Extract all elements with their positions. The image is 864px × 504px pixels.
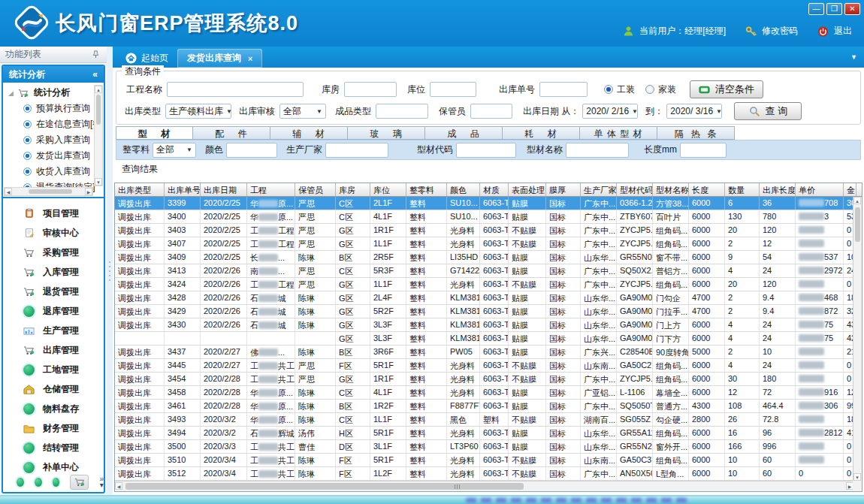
column-header[interactable]: 出库长度 [760, 183, 796, 196]
scroll-left-icon[interactable]: ◀ [5, 188, 12, 195]
module-item[interactable]: 财务管理 [3, 418, 104, 438]
close-button[interactable]: ✕ [844, 3, 860, 15]
module-item[interactable]: 退货管理 [3, 282, 104, 301]
column-header[interactable]: 表面处理 [509, 183, 546, 196]
column-header[interactable]: 材质 [480, 183, 509, 196]
module-item[interactable]: 采购管理 [3, 243, 104, 262]
module-item[interactable]: 物料盘存 [3, 399, 104, 418]
radio-gongzhuang[interactable]: 工装 [604, 83, 635, 96]
tree-item[interactable]: 采购入库查询 [3, 132, 104, 148]
pin-icon[interactable] [90, 49, 101, 60]
table-row[interactable]: 调拨出库34292020/2/26石城陈琳G区5R2F整料KLM38176063… [115, 305, 862, 318]
table-row[interactable]: 调拨出库34542020/2/28工共工程严思G区1R1F整料光身料6063-T… [115, 373, 862, 386]
column-header[interactable]: 型材名称 [653, 183, 689, 196]
table-row[interactable]: G区3L3F整料KLM38176063-T5贴膜国标山东华...GA90M09.… [115, 332, 862, 346]
collapse-icon[interactable]: « [92, 69, 98, 80]
table-row[interactable]: 调拨出库34932020/3/2华原...陈琳C区1L1F整料黑色塑料不贴膜国标… [115, 413, 862, 427]
material-tab[interactable]: 耗 材 [503, 126, 580, 140]
tree-vertical-scrollbar[interactable]: ▲ ▼ [94, 85, 103, 186]
table-row[interactable]: 调拨出库34372020/2/27佛...陈琳B区3R6F整料PW056063-… [115, 346, 862, 359]
tab-overflow-icon[interactable]: ▼ [850, 53, 857, 61]
out-audit-select[interactable]: 全部▼ [279, 104, 326, 119]
clear-conditions-button[interactable]: 清空条件 [690, 80, 763, 98]
scroll-left-icon[interactable]: ◀ [115, 482, 122, 490]
column-header[interactable]: 保管员 [295, 183, 336, 196]
module-item[interactable]: 退库管理 [3, 301, 104, 321]
product-type-input[interactable] [376, 104, 428, 119]
table-row[interactable]: 调拨出库34612020/2/28华原...陈琳B区1R2F整料F8877FT6… [115, 400, 862, 413]
green-dot-icon[interactable] [53, 478, 60, 487]
table-row[interactable]: 调拨出库35122020/3/4工共工程陈琳F区1L2F整料光身料6063-T5… [115, 467, 862, 481]
table-row[interactable]: 调拨出库34072020/2/25工工程严思G区1L1F整料光身料6063-T5… [115, 237, 862, 251]
table-row[interactable]: 调拨出库34002020/2/25华原...严思C区4L1F整料SU10...6… [115, 210, 862, 224]
module-item[interactable]: 补单中心 [3, 457, 104, 475]
grid-horizontal-scrollbar[interactable]: ◀ ▶ [115, 481, 853, 491]
table-row[interactable]: 调拨出库34942020/3/2石辉城汤伟H区5R1F整料光身料6063-T5贴… [115, 427, 862, 440]
scroll-down-icon[interactable]: ▼ [95, 178, 102, 186]
color-input[interactable] [226, 143, 277, 158]
profile-name-input[interactable] [566, 143, 629, 158]
column-header[interactable]: 型材代码 [617, 183, 653, 196]
scroll-up-icon[interactable]: ▲ [853, 197, 861, 204]
material-tab[interactable]: 型 材 [116, 126, 193, 140]
table-row[interactable]: 调拨出库34282020/2/26石城陈琳G区2L4F整料KLM38176063… [115, 291, 862, 305]
scroll-right-icon[interactable]: ▶ [85, 188, 92, 195]
module-item[interactable]: 审核中心 [3, 223, 104, 243]
expander-icon[interactable]: ◢ [8, 89, 14, 97]
date-to-picker[interactable]: 2020/ 3/16▼ [666, 104, 722, 119]
tree-item[interactable]: 预算执行查询 [3, 101, 104, 116]
material-tab[interactable]: 成 品 [425, 126, 503, 140]
cart-shortcut-button[interactable] [70, 475, 89, 490]
material-tab[interactable]: 隔 热 条 [657, 126, 735, 140]
column-header[interactable]: 长度 [689, 183, 725, 196]
column-header[interactable]: 单价 [796, 183, 844, 196]
module-item[interactable]: 工地管理 [3, 360, 104, 379]
radio-jiazhuang[interactable]: 家装 [645, 83, 676, 96]
warehouse-input[interactable] [344, 82, 397, 97]
module-item[interactable]: 结转管理 [3, 438, 104, 457]
table-row[interactable]: 调拨出库34092020/2/25长...陈琳B区2R5F整料LI35HD606… [115, 251, 862, 264]
table-row[interactable]: 调拨出库34242020/2/26工工程严思G区1L1F整料光身料6063-T5… [115, 278, 862, 291]
material-tab[interactable]: 玻 璃 [348, 126, 425, 140]
project-name-input[interactable] [167, 82, 304, 97]
column-header[interactable]: 出库类型 [115, 183, 165, 196]
column-header[interactable]: 出库单号 [165, 183, 201, 196]
out-type-select[interactable]: 生产领料出库▼ [165, 104, 231, 119]
tab-close-icon[interactable]: × [248, 54, 252, 63]
column-header[interactable]: 数量 [725, 183, 760, 196]
tree-horizontal-scrollbar[interactable]: ◀ ▶ [4, 187, 93, 196]
column-header[interactable]: 整零料 [406, 183, 447, 196]
tree-item[interactable]: 收货入库查询 [3, 164, 104, 180]
column-header[interactable]: 库位 [370, 183, 406, 196]
search-button[interactable]: 查 询 [734, 102, 802, 120]
order-no-input[interactable] [539, 82, 588, 97]
date-from-picker[interactable]: 2020/ 2/16▼ [582, 104, 638, 119]
table-row[interactable]: 调拨出库34452020/2/27工共工程严思F区5R1F整料光身料6063-T… [115, 359, 862, 373]
scroll-down-icon[interactable]: ▼ [853, 473, 861, 481]
column-header[interactable]: 膜厚 [546, 183, 581, 196]
material-tab[interactable]: 辅 材 [270, 126, 348, 140]
module-item[interactable]: 项目管理 [3, 204, 104, 223]
table-row[interactable]: 调拨出库34132020/2/26南...严思C区5R3F整料G71422606… [115, 264, 862, 278]
sidebar-splitter[interactable] [107, 47, 113, 495]
tab-shipping-outbound-query[interactable]: 发货出库查询 × [177, 49, 262, 68]
minimize-button[interactable]: — [808, 3, 824, 15]
table-row[interactable]: 调拨出库33992020/2/25华原...严思C区2L1F整料SU10...6… [115, 197, 862, 210]
green-dot-icon[interactable] [17, 478, 24, 487]
scroll-up-icon[interactable]: ▲ [95, 86, 102, 93]
radio-unchecked-icon[interactable] [645, 85, 654, 94]
profile-code-input[interactable] [456, 143, 516, 158]
column-header[interactable]: 出库日期 [201, 183, 247, 196]
column-header[interactable]: 工程 [247, 183, 295, 196]
tree-item[interactable]: 在途信息查询[待 [3, 116, 104, 132]
material-tab[interactable]: 配 件 [193, 126, 270, 140]
grid-vertical-scrollbar[interactable]: ▲ ▼ [853, 197, 862, 481]
length-input[interactable] [680, 143, 727, 158]
column-header[interactable]: 颜色 [447, 183, 480, 196]
table-row[interactable]: 调拨出库35002020/3/3工共工程曹佳D区3L1F整料LT3P606063… [115, 440, 862, 454]
logout-link[interactable]: 退出 [834, 25, 852, 38]
module-item[interactable]: 仓储管理 [3, 379, 104, 399]
column-header[interactable]: 库房 [336, 183, 370, 196]
column-header[interactable]: 金 [844, 183, 856, 196]
keeper-input[interactable] [470, 104, 512, 119]
